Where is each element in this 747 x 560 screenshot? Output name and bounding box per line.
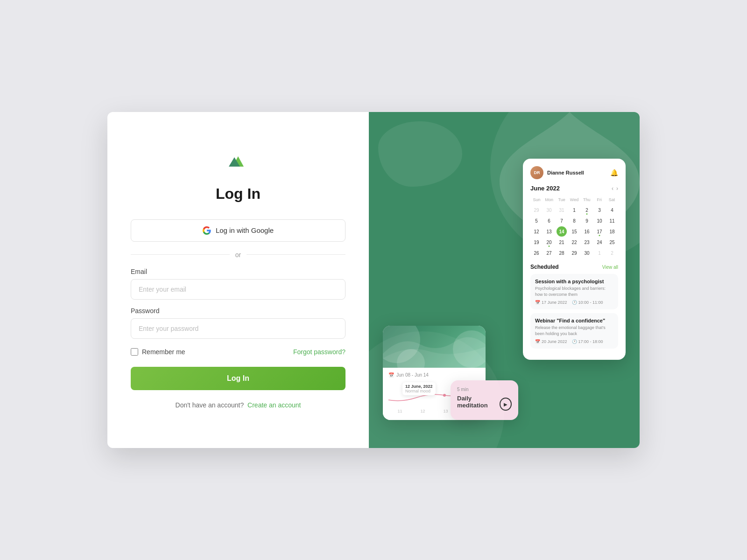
- chart-preview-card: 📅 Jun 08 - Jun 14 12 June, 2022 Normal m…: [383, 326, 486, 420]
- page-title: Log In: [216, 185, 261, 203]
- calendar-icon-2: 📅: [535, 339, 540, 344]
- email-input[interactable]: [131, 279, 345, 300]
- cal-day[interactable]: 21: [557, 237, 567, 247]
- divider: or: [131, 251, 345, 259]
- cal-day[interactable]: 7: [557, 216, 567, 226]
- cal-day[interactable]: 12: [531, 226, 542, 237]
- event-title-2: Webinar "Find a confidence": [535, 318, 613, 323]
- mood-line-chart: [388, 381, 480, 407]
- google-btn-label: Log in with Google: [216, 226, 274, 234]
- user-name: Dianne Russell: [547, 170, 584, 175]
- cal-day[interactable]: 29: [531, 205, 542, 215]
- app-logo: [226, 152, 250, 172]
- cal-day[interactable]: 24: [594, 237, 605, 247]
- event-title-1: Session with a psychologist: [535, 279, 613, 284]
- google-login-button[interactable]: Log in with Google: [131, 219, 345, 242]
- cal-day[interactable]: 27: [544, 248, 554, 258]
- date-range: 📅 Jun 08 - Jun 14: [388, 372, 480, 378]
- signup-section: Don't have an account? Create an account: [176, 401, 301, 409]
- blob3: [397, 349, 425, 368]
- calendar-day-names: Sun Mon Tue Wed Thu Fri Sat: [530, 196, 618, 203]
- password-input[interactable]: [131, 318, 345, 339]
- calendar-nav: ‹ ›: [612, 185, 618, 192]
- cal-day[interactable]: 25: [607, 237, 617, 247]
- event-desc-2: Release the emotional baggage that's bee…: [535, 325, 613, 336]
- cal-day[interactable]: 13: [544, 226, 554, 237]
- event-meta-2: 📅 20 June 2022 🕐 17:00 - 18:00: [535, 339, 613, 344]
- remember-checkbox[interactable]: [131, 348, 138, 356]
- google-icon: [203, 226, 211, 235]
- calendar-grid: Sun Mon Tue Wed Thu Fri Sat 29 30 31 1 2…: [530, 196, 618, 258]
- play-button[interactable]: ▶: [500, 398, 512, 411]
- cal-day[interactable]: 19: [531, 237, 542, 247]
- clock-icon-2: 🕐: [572, 339, 577, 344]
- email-group: Email: [131, 268, 345, 300]
- cal-day[interactable]: 2: [582, 205, 592, 215]
- cal-day[interactable]: 3: [594, 205, 605, 215]
- main-container: Log In Log in with Google or Email Passw…: [107, 112, 640, 448]
- right-panel: DR Dianne Russell 🔔 June 2022 ‹ › Sun Mo…: [369, 112, 640, 448]
- event-card-1: Session with a psychologist Psychologica…: [530, 274, 618, 309]
- cal-day[interactable]: 1: [594, 248, 605, 258]
- chart-data-area: 📅 Jun 08 - Jun 14 12 June, 2022 Normal m…: [383, 368, 486, 420]
- meditation-duration: 5 min: [457, 387, 512, 392]
- calendar-icon: 📅: [535, 300, 540, 305]
- user-info: DR Dianne Russell: [530, 166, 584, 179]
- blob-decoration: [378, 121, 462, 187]
- cal-day[interactable]: 6: [544, 216, 554, 226]
- event-date-2: 📅 20 June 2022: [535, 339, 567, 344]
- cal-day[interactable]: 1: [569, 205, 579, 215]
- cal-day-today[interactable]: 14: [557, 226, 567, 237]
- password-group: Password: [131, 307, 345, 339]
- next-month-button[interactable]: ›: [616, 185, 618, 192]
- chart-tooltip: 12 June, 2022 Normal mood: [402, 382, 436, 395]
- cal-day[interactable]: 16: [582, 226, 592, 237]
- cal-day[interactable]: 8: [569, 216, 579, 226]
- chart-image-area: [383, 326, 486, 368]
- cal-day[interactable]: 18: [607, 226, 617, 237]
- view-all-link[interactable]: View all: [602, 265, 618, 270]
- scheduled-header: Scheduled View all: [530, 264, 618, 270]
- cal-day[interactable]: 11: [607, 216, 617, 226]
- bell-icon[interactable]: 🔔: [610, 169, 618, 176]
- cal-day[interactable]: 9: [582, 216, 592, 226]
- cal-day[interactable]: 31: [557, 205, 567, 215]
- cal-day[interactable]: 22: [569, 237, 579, 247]
- cal-day[interactable]: 17: [594, 226, 605, 237]
- cal-day[interactable]: 4: [607, 205, 617, 215]
- cal-day[interactable]: 30: [544, 205, 554, 215]
- remember-me-label[interactable]: Remember me: [131, 348, 185, 356]
- month-title: June 2022: [530, 185, 560, 192]
- cal-day[interactable]: 28: [557, 248, 567, 258]
- clock-icon: 🕐: [572, 300, 577, 305]
- cal-day[interactable]: 5: [531, 216, 542, 226]
- event-time-1: 🕐 10:00 - 11:00: [572, 300, 603, 305]
- cal-day[interactable]: 30: [582, 248, 592, 258]
- cal-day[interactable]: 20: [544, 237, 554, 247]
- left-panel: Log In Log in with Google or Email Passw…: [107, 112, 369, 448]
- create-account-link[interactable]: Create an account: [247, 401, 301, 409]
- event-desc-1: Psychological blockages and barriers: ho…: [535, 286, 613, 297]
- cal-day[interactable]: 2: [607, 248, 617, 258]
- calendar-month-header: June 2022 ‹ ›: [530, 185, 618, 192]
- meditation-title: Daily meditation: [457, 395, 500, 409]
- cal-day[interactable]: 26: [531, 248, 542, 258]
- calendar-header: DR Dianne Russell 🔔: [530, 166, 618, 179]
- password-label: Password: [131, 307, 345, 315]
- meditation-card: 5 min Daily meditation ▶: [451, 380, 518, 420]
- mood-chart: 12 June, 2022 Normal mood: [388, 381, 480, 407]
- prev-month-button[interactable]: ‹: [612, 185, 613, 192]
- cal-day[interactable]: 23: [582, 237, 592, 247]
- chart-x-labels: 11 12 13 14: [388, 407, 480, 415]
- forgot-password-link[interactable]: Forgot password?: [293, 348, 345, 356]
- divider-text: or: [235, 251, 241, 259]
- login-button[interactable]: Log In: [131, 367, 345, 390]
- cal-day[interactable]: 10: [594, 216, 605, 226]
- event-date-1: 📅 17 June 2022: [535, 300, 567, 305]
- chart-art: [383, 326, 486, 368]
- cal-day[interactable]: 29: [569, 248, 579, 258]
- event-time-2: 🕐 17:00 - 18:00: [572, 339, 603, 344]
- form-options: Remember me Forgot password?: [131, 348, 345, 356]
- cal-day[interactable]: 15: [569, 226, 579, 237]
- calendar-days: 29 30 31 1 2 3 4 5 6 7 8 9 10 11 12: [530, 205, 618, 258]
